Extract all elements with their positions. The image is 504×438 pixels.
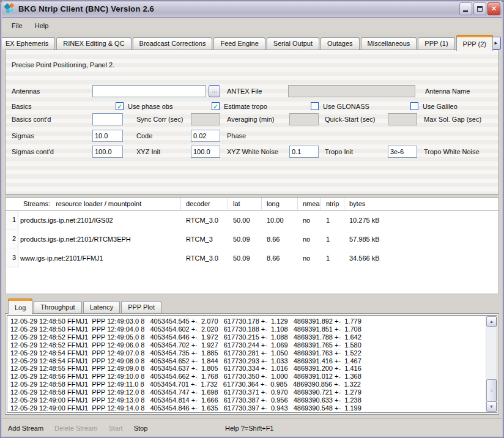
header-ntrip: ntrip [321,198,344,210]
scroll-up-button[interactable]: ▲ [486,316,497,327]
tab-serial-output[interactable]: Serial Output [267,37,319,50]
tab-ppp-2[interactable]: PPP (2) [456,35,493,51]
xyz-white-noise-label: XYZ White Noise [227,145,278,158]
tab-feed-engine[interactable]: Feed Engine [213,37,265,50]
tab-rinex-ephemeris[interactable]: EX Ephemeris [2,37,55,50]
tab-ppp-plot[interactable]: PPP Plot [121,301,161,314]
arrow-down-icon: ▼ [489,404,494,409]
cell-lat: 50.09 [228,236,262,243]
menubar: File Help [2,18,502,32]
cell-ntrip: 1 [321,236,344,243]
cell-decoder: RTCM_3.0 [181,217,228,224]
checkbox-use-phase-obs[interactable]: ✓ [116,102,124,110]
maximize-icon [477,6,483,12]
table-row[interactable]: 3 www.igs-ip.net:2101/FFMJ1 RTCM_3.0 50.… [6,248,498,267]
streams-table: Streams: resource loader / mountpoint de… [5,197,499,294]
antennas-input[interactable] [92,85,206,97]
sigma-phase-label: Phase [227,129,246,143]
quick-start-input [289,113,319,125]
tropo-init-input[interactable] [289,146,319,158]
add-stream-button[interactable]: Add Stream [3,422,48,434]
row-number: 2 [6,229,18,248]
streams-table-header: Streams: resource loader / mountpoint de… [6,198,498,210]
minimize-icon [463,10,468,12]
check-icon: ✓ [213,103,218,110]
cell-lat: 50.00 [228,217,262,224]
main-tab-bar: EX Ephemeris RINEX Editing & QC Broadcas… [2,34,502,50]
row-number: 3 [6,248,18,267]
sigma-code-label: Code [136,129,152,143]
table-row[interactable]: 1 products.igs-ip.net:2101/IGS02 RTCM_3.… [6,210,498,229]
antex-file-label: ANTEX File [227,84,262,98]
tab-rinex-editing-qc[interactable]: RINEX Editing & QC [56,37,131,50]
checkbox-estimate-tropo[interactable]: ✓ [212,102,220,110]
tab-miscellaneous[interactable]: Miscellaneous [361,37,417,50]
checkbox-use-galileo[interactable] [410,102,418,110]
max-sol-gap-input [388,113,417,125]
close-button[interactable]: ✕ [487,2,500,15]
row-number: 1 [6,210,18,229]
close-icon: ✕ [491,4,497,13]
titlebar[interactable]: BKG Ntrip Client (BNC) Version 2.6 ✕ [0,0,504,18]
header-lat: lat [228,198,262,210]
cell-mountpoint: products.igs-ip.net:2101/RTCM3EPH [18,236,181,243]
sigmas-contd-label: Sigmas cont'd [12,145,54,158]
table-row[interactable]: 2 products.igs-ip.net:2101/RTCM3EPH RTCM… [6,229,498,248]
quick-start-label: Quick-Start (sec) [325,113,376,126]
tab-broadcast-corrections[interactable]: Broadcast Corrections [133,37,213,50]
basics-label: Basics [12,100,31,113]
tab-log[interactable]: Log [8,299,32,314]
use-glonass-label: Use GLONASS [323,100,369,113]
ppp2-panel: Precise Point Positioning, Panel 2. Ante… [5,50,499,195]
log-lines: 12-05-29 12:48:50 FFMJ1 PPP 12:49:03.0 8… [10,317,483,411]
max-sol-gap-label: Max Sol. Gap (sec) [424,113,481,126]
cell-ntrip: 1 [321,254,344,262]
checkbox-use-glonass[interactable] [311,102,319,110]
menu-file[interactable]: File [6,20,28,31]
arrow-up-icon: ▲ [489,319,494,324]
tab-latency[interactable]: Latency [83,301,120,314]
antenna-name-label: Antenna Name [425,84,470,98]
start-button: Start [103,422,127,434]
sigmas-label: Sigmas [12,129,34,143]
use-galileo-label: Use Galileo [423,100,458,113]
cell-mountpoint: www.igs-ip.net:2101/FFMJ1 [18,254,181,262]
sync-corr-label: Sync Corr (sec) [136,113,183,126]
check-icon: ✓ [117,103,122,110]
log-scrollbar[interactable]: ▲ ≡ ▼ [486,316,496,412]
tab-outages[interactable]: Outages [321,37,360,50]
tropo-white-noise-input[interactable] [388,146,417,158]
tropo-init-label: Tropo Init [325,145,353,158]
cell-decoder: RTCM_3 [181,236,228,243]
cell-nmea: no [298,254,321,262]
scroll-down-button[interactable]: ▼ [486,401,497,412]
log-text-area[interactable]: 12-05-29 12:48:50 FFMJ1 PPP 12:49:03.0 8… [7,315,497,413]
xyz-init-input[interactable] [92,146,123,158]
sigma-phase-input[interactable] [191,130,220,142]
cell-ntrip: 1 [321,217,344,224]
stop-button[interactable]: Stop [129,422,153,434]
panel-heading: Precise Point Positioning, Panel 2. [12,61,114,69]
cell-lat: 50.09 [228,254,262,262]
menu-help[interactable]: Help [29,20,54,31]
minimize-button[interactable] [459,2,472,15]
estimate-tropo-label: Estimate tropo [224,100,267,113]
cell-nmea: no [298,236,321,243]
antennas-browse-button[interactable]: ... [209,85,220,97]
xyz-white-noise-input[interactable] [191,146,220,158]
sigma-code-input[interactable] [92,130,123,142]
ellipsis-icon: ... [212,87,217,94]
tab-ppp-1[interactable]: PPP (1) [418,37,454,50]
header-nmea: nmea [298,198,321,210]
header-long: long [262,198,298,210]
help-shortcut-label: Help ?=Shift+F1 [225,425,274,432]
scroll-right-icon: ► [494,40,498,46]
cell-bytes: 57.985 kB [344,236,498,243]
cell-long: 10.00 [262,217,298,224]
status-bar: Add Stream Delete Stream Start Stop Help… [2,418,502,437]
scroll-thumb[interactable]: ≡ [486,379,497,402]
sync-corr-input[interactable] [92,113,123,125]
tab-throughput[interactable]: Throughput [34,301,81,314]
app-window: BKG Ntrip Client (BNC) Version 2.6 ✕ Fil… [0,0,504,438]
maximize-button[interactable] [473,2,486,15]
